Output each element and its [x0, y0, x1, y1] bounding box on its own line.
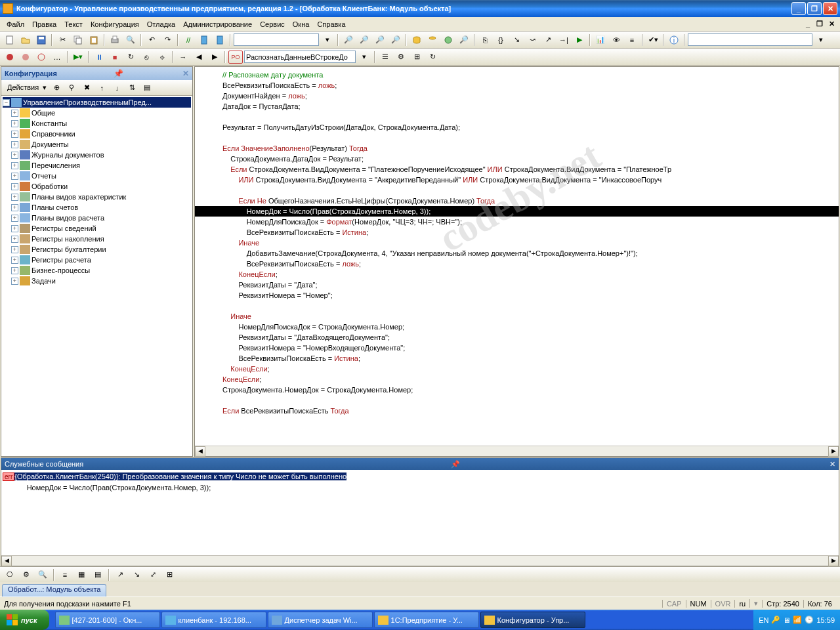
stop2-icon[interactable]: ■ — [108, 51, 122, 64]
expand-icon[interactable]: + — [11, 236, 18, 243]
expand-icon[interactable]: + — [11, 225, 18, 232]
expand-icon[interactable]: + — [11, 110, 18, 117]
ts1-icon[interactable]: ⎘ — [478, 33, 492, 47]
db-icon[interactable] — [410, 33, 424, 47]
tree-item[interactable]: +Задачи — [3, 276, 191, 286]
tray-i3-icon[interactable]: 📶 — [793, 616, 802, 624]
d9-icon[interactable]: ⤢ — [146, 568, 160, 581]
expand-icon[interactable]: + — [11, 173, 18, 180]
menu-file[interactable]: Файл — [3, 19, 28, 30]
cut-icon[interactable]: ✂ — [55, 33, 70, 47]
db2-icon[interactable] — [425, 33, 440, 47]
menu-service[interactable]: Сервис — [256, 19, 289, 30]
a2-icon[interactable]: ⚲ — [64, 81, 79, 94]
msg-scrollbar[interactable]: ◀ ▶ — [1, 555, 839, 566]
expand-icon[interactable]: + — [11, 257, 18, 264]
status-lang[interactable]: ru — [734, 600, 749, 608]
messages-pin-icon[interactable]: 📌 — [451, 460, 462, 469]
find-icon[interactable]: 🔎 — [341, 33, 356, 47]
new-icon[interactable] — [3, 33, 17, 47]
expand-icon[interactable]: + — [11, 278, 18, 285]
next-icon[interactable]: ▶ — [207, 51, 222, 64]
globe-icon[interactable] — [441, 33, 455, 47]
taskbar-item[interactable]: Конфигуратор - Упр... — [480, 612, 585, 628]
collapse-icon[interactable]: − — [3, 99, 10, 106]
taskbar-item[interactable]: клиенбанк - 192.168... — [161, 612, 266, 628]
editor-body[interactable]: codeby.net // Распознаем дату документа … — [195, 67, 839, 446]
taskbar-item[interactable]: [427-201-600] - Окн... — [55, 612, 160, 628]
down-icon[interactable]: ↓ — [110, 81, 124, 94]
watch-icon[interactable]: 👁 — [609, 33, 623, 47]
stepinto-icon[interactable]: ↘ — [509, 33, 524, 47]
close-button[interactable]: ✕ — [823, 2, 837, 15]
bookmark-icon[interactable] — [197, 33, 211, 47]
expand-icon[interactable]: + — [11, 183, 18, 190]
search-icon[interactable]: 🔎 — [457, 33, 471, 47]
help-icon[interactable]: i — [667, 33, 681, 47]
expand-icon[interactable]: + — [11, 162, 18, 169]
mdi-minimize-icon[interactable]: _ — [803, 20, 813, 29]
d2-icon[interactable]: ⚙ — [19, 568, 33, 581]
copy-icon[interactable] — [71, 33, 85, 47]
tree-item[interactable]: +Отчеты — [3, 171, 191, 181]
t2-icon[interactable]: ⎆ — [155, 51, 169, 64]
run-icon[interactable]: ▶ — [572, 33, 587, 47]
msg-scroll-right-icon[interactable]: ▶ — [828, 556, 839, 566]
expand-icon[interactable]: + — [11, 267, 18, 274]
dropdown-icon[interactable]: ▾ — [320, 33, 335, 47]
tree-item[interactable]: +Журналы документов — [3, 150, 191, 160]
paste-icon[interactable] — [87, 33, 101, 47]
config-tree[interactable]: − УправлениеПроизводственнымПред... +Общ… — [1, 96, 192, 456]
d5-icon[interactable]: ▦ — [74, 568, 89, 581]
brk2-icon[interactable] — [18, 51, 33, 64]
d4-icon[interactable]: ≡ — [58, 568, 72, 581]
tree-item[interactable]: +Планы видов характеристик — [3, 192, 191, 202]
actions-menu[interactable]: Действия ▾ — [3, 83, 49, 93]
find-input[interactable] — [234, 33, 319, 46]
stepover-icon[interactable]: ⤻ — [525, 33, 539, 47]
proc-combo[interactable] — [244, 51, 356, 63]
d6-icon[interactable]: ▤ — [91, 568, 105, 581]
tree-item[interactable]: +Документы — [3, 139, 191, 150]
find-prev-icon[interactable]: 🔎 — [357, 33, 371, 47]
menu-debug[interactable]: Отладка — [143, 19, 179, 30]
d10-icon[interactable]: ⊞ — [162, 568, 177, 581]
comment-icon[interactable]: // — [181, 33, 196, 47]
scroll-left-icon[interactable]: ◀ — [195, 446, 205, 457]
tree-item[interactable]: +Планы счетов — [3, 202, 191, 213]
maximize-button[interactable]: ❐ — [807, 2, 822, 15]
tree-item[interactable]: +Планы видов расчета — [3, 213, 191, 223]
menu-text[interactable]: Текст — [60, 19, 87, 30]
expand-icon[interactable]: + — [11, 215, 18, 222]
stack-icon[interactable]: ≡ — [625, 33, 639, 47]
d1-icon[interactable]: ⎔ — [3, 568, 17, 581]
error-line[interactable]: {Обработка.КлиентБанк(2540)}: Преобразов… — [14, 472, 346, 480]
restart-icon[interactable]: ↻ — [123, 51, 138, 64]
expand-icon[interactable]: + — [11, 120, 18, 127]
menu-admin[interactable]: Администрирование — [179, 19, 256, 30]
ts2-icon[interactable]: {} — [494, 33, 508, 47]
find-next-icon[interactable]: 🔎 — [373, 33, 387, 47]
menu-config[interactable]: Конфигурация — [87, 19, 143, 30]
po-icon[interactable]: PO — [228, 51, 243, 64]
filter-icon[interactable]: ▤ — [140, 81, 154, 94]
save-icon[interactable] — [34, 33, 49, 47]
tree-item[interactable]: +Регистры расчета — [3, 255, 191, 265]
print-icon[interactable] — [108, 33, 122, 47]
tray-time[interactable]: 15:59 — [816, 616, 835, 624]
redo-icon[interactable]: ↷ — [160, 33, 175, 47]
expand-icon[interactable]: + — [11, 246, 18, 253]
prev-icon[interactable]: ◀ — [192, 51, 206, 64]
tree-item[interactable]: +Справочники — [3, 129, 191, 139]
d7-icon[interactable]: ↗ — [113, 568, 127, 581]
tree-item[interactable]: +Бизнес-процессы — [3, 265, 191, 276]
tree-item[interactable]: +Регистры бухгалтерии — [3, 244, 191, 255]
stepout-icon[interactable]: ↗ — [541, 33, 555, 47]
brk3-icon[interactable] — [34, 51, 49, 64]
expand-icon[interactable]: + — [11, 194, 18, 201]
messages-close-icon[interactable]: ✕ — [830, 460, 835, 469]
d8-icon[interactable]: ↘ — [129, 568, 144, 581]
tree-item[interactable]: +Регистры накопления — [3, 234, 191, 244]
undo-icon[interactable]: ↶ — [144, 33, 159, 47]
gear-icon[interactable]: ⚙ — [394, 51, 408, 64]
